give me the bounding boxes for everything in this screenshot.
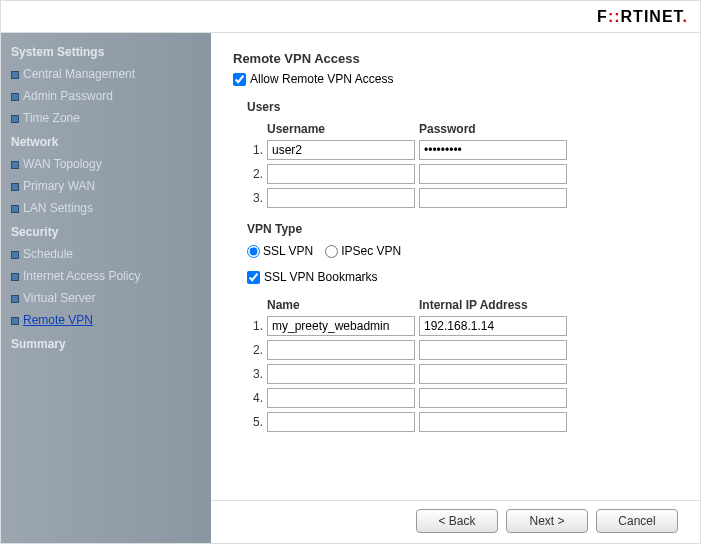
sidebar-item-virtual-server[interactable]: Virtual Server: [1, 287, 211, 309]
bookmarks-table: Name Internal IP Address 1. 2. 3. 4.: [247, 298, 678, 432]
page-title: Remote VPN Access: [233, 51, 678, 66]
sidebar: System Settings Central Management Admin…: [1, 33, 211, 543]
bookmark-name-2[interactable]: [267, 340, 415, 360]
users-table: Username Password 1. 2. 3.: [247, 122, 678, 208]
username-input-1[interactable]: [267, 140, 415, 160]
bookmarks-col-ip: Internal IP Address: [419, 298, 571, 312]
ipsec-vpn-radio[interactable]: [325, 245, 338, 258]
sidebar-item-wan-topology[interactable]: WAN Topology: [1, 153, 211, 175]
sidebar-item-internet-access-policy[interactable]: Internet Access Policy: [1, 265, 211, 287]
bookmark-row-4: 4.: [247, 388, 678, 408]
bookmark-row-5: 5.: [247, 412, 678, 432]
footer-buttons: < Back Next > Cancel: [416, 509, 678, 533]
cancel-button[interactable]: Cancel: [596, 509, 678, 533]
sidebar-item-primary-wan[interactable]: Primary WAN: [1, 175, 211, 197]
sidebar-item-admin-password[interactable]: Admin Password: [1, 85, 211, 107]
back-button[interactable]: < Back: [416, 509, 498, 533]
sidebar-section-system: System Settings: [1, 39, 211, 63]
vpn-type-label: VPN Type: [247, 222, 678, 236]
bookmark-ip-2[interactable]: [419, 340, 567, 360]
ssl-bookmarks-checkbox[interactable]: [247, 271, 260, 284]
sidebar-item-central-management[interactable]: Central Management: [1, 63, 211, 85]
users-col-password: Password: [419, 122, 571, 136]
ssl-vpn-radio[interactable]: [247, 245, 260, 258]
ipsec-vpn-radio-label[interactable]: IPSec VPN: [325, 244, 401, 258]
main-panel: Remote VPN Access Allow Remote VPN Acces…: [211, 33, 700, 543]
allow-remote-vpn-checkbox[interactable]: [233, 73, 246, 86]
bookmark-row-1: 1.: [247, 316, 678, 336]
bookmark-ip-3[interactable]: [419, 364, 567, 384]
allow-remote-vpn-label: Allow Remote VPN Access: [250, 72, 393, 86]
bookmark-name-4[interactable]: [267, 388, 415, 408]
footer-divider: [211, 500, 700, 501]
username-input-3[interactable]: [267, 188, 415, 208]
bookmark-row-2: 2.: [247, 340, 678, 360]
topbar: F::RTINET.: [1, 1, 700, 33]
bookmark-name-1[interactable]: [267, 316, 415, 336]
username-input-2[interactable]: [267, 164, 415, 184]
bookmarks-col-name: Name: [267, 298, 419, 312]
bookmark-ip-4[interactable]: [419, 388, 567, 408]
password-input-3[interactable]: [419, 188, 567, 208]
users-row-3: 3.: [247, 188, 678, 208]
bookmark-ip-5[interactable]: [419, 412, 567, 432]
brand-logo: F::RTINET.: [597, 8, 688, 26]
users-row-2: 2.: [247, 164, 678, 184]
next-button[interactable]: Next >: [506, 509, 588, 533]
users-col-username: Username: [267, 122, 419, 136]
bookmark-name-3[interactable]: [267, 364, 415, 384]
users-row-1: 1.: [247, 140, 678, 160]
ssl-vpn-radio-label[interactable]: SSL VPN: [247, 244, 313, 258]
sidebar-item-remote-vpn[interactable]: Remote VPN: [1, 309, 211, 331]
sidebar-section-security: Security: [1, 219, 211, 243]
sidebar-item-lan-settings[interactable]: LAN Settings: [1, 197, 211, 219]
sidebar-section-summary[interactable]: Summary: [1, 331, 211, 355]
bookmark-row-3: 3.: [247, 364, 678, 384]
bookmark-name-5[interactable]: [267, 412, 415, 432]
sidebar-section-network: Network: [1, 129, 211, 153]
bookmark-ip-1[interactable]: [419, 316, 567, 336]
sidebar-item-schedule[interactable]: Schedule: [1, 243, 211, 265]
sidebar-item-time-zone[interactable]: Time Zone: [1, 107, 211, 129]
password-input-1[interactable]: [419, 140, 567, 160]
ssl-bookmarks-label: SSL VPN Bookmarks: [264, 270, 378, 284]
password-input-2[interactable]: [419, 164, 567, 184]
users-section-label: Users: [247, 100, 678, 114]
